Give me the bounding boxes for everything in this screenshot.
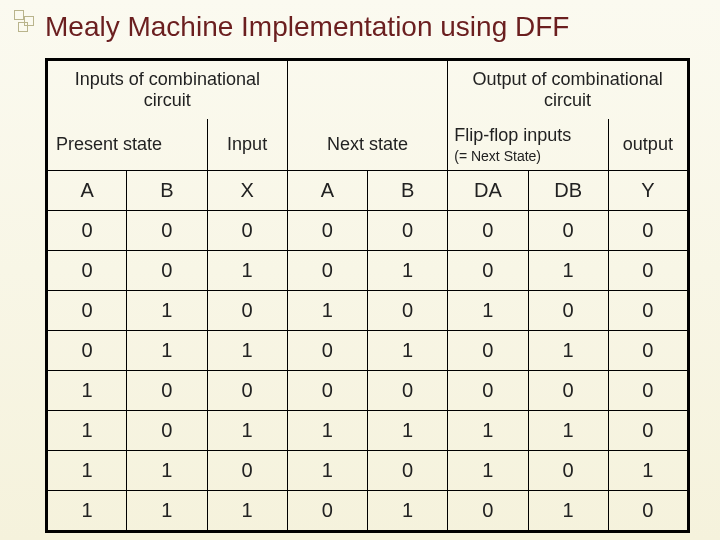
cell: 0 [608, 250, 688, 290]
cell: 0 [608, 330, 688, 370]
col-Y: Y [608, 170, 688, 210]
cell: 1 [127, 490, 207, 531]
cell: 1 [528, 490, 608, 531]
super-header-blank [287, 59, 448, 119]
cell: 1 [47, 370, 127, 410]
col-DB: DB [528, 170, 608, 210]
cell: 1 [448, 410, 528, 450]
col-A: A [47, 170, 127, 210]
group-input: Input [207, 119, 287, 171]
corner-decoration-icon [14, 10, 36, 32]
table-row: 1 1 1 0 1 0 1 0 [47, 490, 689, 531]
super-header-row: Inputs of combinational circuit Output o… [47, 59, 689, 119]
table-row: 0 0 1 0 1 0 1 0 [47, 250, 689, 290]
group-ff-inputs-sub: (= Next State) [454, 148, 604, 164]
cell: 0 [47, 330, 127, 370]
table-row: 1 1 0 1 0 1 0 1 [47, 450, 689, 490]
cell: 0 [207, 290, 287, 330]
col-B: B [127, 170, 207, 210]
col-A-next: A [287, 170, 367, 210]
table-body: 0 0 0 0 0 0 0 0 0 0 1 0 1 0 1 0 0 1 0 1 … [47, 210, 689, 531]
cell: 0 [608, 210, 688, 250]
cell: 1 [207, 330, 287, 370]
cell: 1 [608, 450, 688, 490]
cell: 1 [528, 330, 608, 370]
cell: 1 [207, 410, 287, 450]
cell: 0 [127, 370, 207, 410]
cell: 0 [287, 210, 367, 250]
cell: 1 [287, 290, 367, 330]
cell: 1 [207, 490, 287, 531]
group-present-state: Present state [47, 119, 208, 171]
cell: 0 [127, 250, 207, 290]
cell: 0 [368, 210, 448, 250]
cell: 1 [528, 250, 608, 290]
cell: 0 [47, 210, 127, 250]
cell: 1 [127, 330, 207, 370]
cell: 0 [127, 410, 207, 450]
cell: 0 [528, 370, 608, 410]
state-table: Inputs of combinational circuit Output o… [45, 58, 690, 533]
table-row: 0 0 0 0 0 0 0 0 [47, 210, 689, 250]
cell: 1 [368, 490, 448, 531]
cell: 1 [287, 410, 367, 450]
column-header-row: A B X A B DA DB Y [47, 170, 689, 210]
cell: 0 [528, 450, 608, 490]
cell: 0 [207, 450, 287, 490]
cell: 0 [448, 210, 528, 250]
cell: 0 [287, 250, 367, 290]
super-header-outputs: Output of combinational circuit [448, 59, 689, 119]
cell: 1 [47, 450, 127, 490]
col-X: X [207, 170, 287, 210]
cell: 1 [368, 330, 448, 370]
cell: 1 [287, 450, 367, 490]
group-ff-inputs-label: Flip-flop inputs [454, 125, 571, 145]
cell: 1 [368, 250, 448, 290]
cell: 0 [207, 370, 287, 410]
cell: 0 [448, 330, 528, 370]
cell: 0 [608, 410, 688, 450]
cell: 0 [448, 490, 528, 531]
cell: 0 [287, 330, 367, 370]
cell: 0 [207, 210, 287, 250]
cell: 0 [287, 370, 367, 410]
cell: 1 [47, 490, 127, 531]
table-row: 0 1 0 1 0 1 0 0 [47, 290, 689, 330]
cell: 0 [448, 370, 528, 410]
table-row: 1 0 0 0 0 0 0 0 [47, 370, 689, 410]
cell: 1 [528, 410, 608, 450]
cell: 1 [127, 290, 207, 330]
table-row: 0 1 1 0 1 0 1 0 [47, 330, 689, 370]
cell: 1 [47, 410, 127, 450]
table-row: 1 0 1 1 1 1 1 0 [47, 410, 689, 450]
cell: 0 [368, 370, 448, 410]
cell: 1 [368, 410, 448, 450]
group-output: output [608, 119, 688, 171]
cell: 0 [608, 290, 688, 330]
cell: 1 [127, 450, 207, 490]
group-next-state: Next state [287, 119, 448, 171]
cell: 0 [287, 490, 367, 531]
cell: 0 [528, 210, 608, 250]
cell: 0 [528, 290, 608, 330]
col-B-next: B [368, 170, 448, 210]
cell: 0 [608, 370, 688, 410]
cell: 0 [47, 250, 127, 290]
page-title: Mealy Machine Implementation using DFF [45, 10, 690, 44]
group-ff-inputs: Flip-flop inputs (= Next State) [448, 119, 609, 171]
cell: 0 [368, 450, 448, 490]
super-header-inputs: Inputs of combinational circuit [47, 59, 288, 119]
cell: 1 [448, 290, 528, 330]
cell: 0 [127, 210, 207, 250]
group-header-row: Present state Input Next state Flip-flop… [47, 119, 689, 171]
cell: 0 [368, 290, 448, 330]
col-DA: DA [448, 170, 528, 210]
cell: 1 [448, 450, 528, 490]
cell: 0 [448, 250, 528, 290]
cell: 1 [207, 250, 287, 290]
cell: 0 [47, 290, 127, 330]
cell: 0 [608, 490, 688, 531]
